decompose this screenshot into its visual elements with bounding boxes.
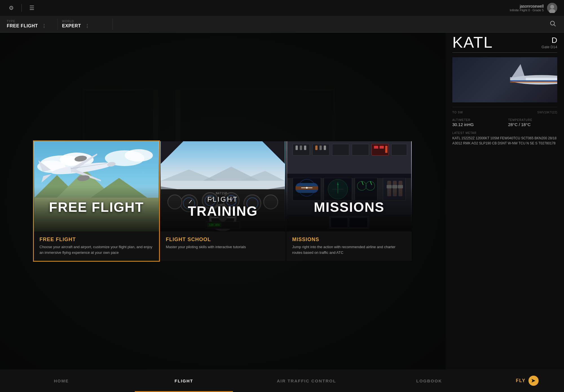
training-image: N471SP 128.450 FLIGHT TRAINING <box>160 141 285 232</box>
missions-image: N <box>287 141 412 232</box>
user-name: jasonrosewell <box>510 4 544 8</box>
free-flight-overlay: FREE FLIGHT <box>34 186 159 232</box>
type-value: FREE FLIGHT ⋮ <box>7 23 53 29</box>
airport-code: KATL <box>452 34 493 50</box>
filter-bar: TYPE FREE FLIGHT ⋮ WORLD EXPERT ⋮ <box>0 16 564 33</box>
svg-point-1 <box>550 5 554 9</box>
svg-rect-84 <box>300 146 302 150</box>
svg-rect-85 <box>304 146 306 150</box>
svg-rect-25 <box>510 77 528 79</box>
svg-rect-82 <box>391 144 407 155</box>
missions-info: MISSIONS Jump right into the action with… <box>287 232 412 261</box>
missions-title: MISSIONS <box>314 200 385 215</box>
training-info-title: FLIGHT SCHOOL <box>166 237 280 243</box>
svg-rect-86 <box>315 146 318 150</box>
gate-info: D Gate D14 <box>541 36 557 50</box>
altimeter-label: ALTIMETER <box>452 118 501 122</box>
nav-logbook[interactable]: LOGBOOK <box>368 369 490 392</box>
gate-sub: Gate D14 <box>541 45 557 49</box>
top-bar: ⚙ ☰ jasonrosewell Infinite Flight 0 · Gr… <box>0 0 564 16</box>
bottom-nav: HOME FLIGHT AIR TRAFFIC CONTROL LOGBOOK … <box>0 369 564 392</box>
nav-flight[interactable]: FLIGHT <box>123 369 245 392</box>
svg-rect-28 <box>526 78 557 80</box>
svg-line-4 <box>554 25 556 26</box>
svg-rect-88 <box>324 146 326 150</box>
log-icon[interactable]: ☰ <box>27 3 36 12</box>
svg-rect-83 <box>296 146 298 150</box>
svg-rect-80 <box>352 144 369 155</box>
svg-point-3 <box>550 21 554 25</box>
nav-atc[interactable]: AIR TRAFFIC CONTROL <box>245 369 368 392</box>
search-button[interactable] <box>548 19 557 30</box>
free-flight-image: FREE FLIGHT <box>34 141 159 232</box>
nav-atc-label: AIR TRAFFIC CONTROL <box>277 378 336 383</box>
free-flight-card[interactable]: FREE FLIGHT FREE FLIGHT Choose your airc… <box>34 141 159 261</box>
wind-extra: TO SW SWV19KT(22) <box>452 111 557 114</box>
training-card[interactable]: N471SP 128.450 FLIGHT TRAINING FLIGHT SC… <box>160 141 285 261</box>
svg-rect-90 <box>374 146 378 149</box>
gate-label: D <box>541 36 557 45</box>
free-flight-info-desc: Choose your aircraft and airport, custom… <box>39 244 153 255</box>
nav-fly-button[interactable]: FLY ➤ <box>490 369 564 392</box>
altimeter-item: ALTIMETER 30.12 inHG <box>452 118 501 127</box>
missions-info-desc: Jump right into the action with recommen… <box>292 244 406 255</box>
free-flight-info-title: FREE FLIGHT <box>39 237 153 243</box>
svg-rect-121 <box>287 174 411 178</box>
right-panel: NEW FLIGHT Hartsfield-Jackson Atlanta In… <box>446 16 564 369</box>
metar-label: LATEST METAR <box>452 131 557 135</box>
missions-info-title: MISSIONS <box>292 237 406 243</box>
cards-container: FREE FLIGHT FREE FLIGHT Choose your airc… <box>34 141 412 261</box>
modal-overlay: FREE FLIGHT FREE FLIGHT Choose your airc… <box>0 33 446 369</box>
missions-overlay: MISSIONS <box>287 186 412 232</box>
training-info: FLIGHT SCHOOL Master your piloting skill… <box>160 232 285 256</box>
world-dots: ⋮ <box>85 23 90 29</box>
training-title: FLIGHT TRAINING <box>188 196 258 219</box>
type-filter[interactable]: TYPE FREE FLIGHT ⋮ <box>7 19 58 30</box>
svg-rect-79 <box>332 144 349 155</box>
divider <box>21 4 22 12</box>
temperature-value: 28°C / 18°C <box>508 122 557 127</box>
type-label: TYPE <box>7 20 53 23</box>
nav-home[interactable]: HOME <box>0 369 123 392</box>
weather-row: ALTIMETER 30.12 inHG TEMPERATURE 28°C / … <box>452 118 557 127</box>
user-grade: Infinite Flight 0 · Grade 5 <box>510 8 544 12</box>
avatar <box>547 3 557 13</box>
svg-rect-87 <box>320 146 322 150</box>
user-info: jasonrosewell Infinite Flight 0 · Grade … <box>510 4 544 12</box>
svg-rect-92 <box>385 146 387 153</box>
metar-value: KATL 152252Z 12006KT 10SM FEW040TCU SCT0… <box>452 136 557 146</box>
top-bar-right: jasonrosewell Infinite Flight 0 · Grade … <box>510 3 557 13</box>
nav-home-label: HOME <box>54 378 69 383</box>
plane-preview <box>452 57 557 102</box>
free-flight-info: FREE FLIGHT Choose your aircraft and air… <box>34 232 159 261</box>
temperature-item: TEMPERATURE 28°C / 18°C <box>508 118 557 127</box>
fly-arrow-icon: ➤ <box>528 376 539 386</box>
svg-rect-27 <box>510 82 557 83</box>
svg-rect-91 <box>380 146 384 149</box>
nav-logbook-label: LOGBOOK <box>416 378 442 383</box>
nav-flight-label: FLIGHT <box>175 378 193 383</box>
temperature-label: TEMPERATURE <box>508 118 557 122</box>
airport-code-row: KATL D Gate D14 <box>452 34 557 53</box>
world-label: WORLD <box>62 20 108 23</box>
settings-icon[interactable]: ⚙ <box>7 3 16 12</box>
world-value: EXPERT ⋮ <box>62 23 108 29</box>
training-info-desc: Master your piloting skills with interac… <box>166 244 280 250</box>
svg-rect-26 <box>510 80 557 82</box>
top-bar-left: ⚙ ☰ <box>7 3 36 12</box>
nav-fly-label: FLY <box>516 378 526 383</box>
world-filter[interactable]: WORLD EXPERT ⋮ <box>62 19 113 30</box>
training-overlay: FLIGHT TRAINING <box>160 186 285 232</box>
type-dots: ⋮ <box>42 23 47 29</box>
free-flight-title: FREE FLIGHT <box>49 200 144 215</box>
svg-point-38 <box>125 149 153 162</box>
missions-card[interactable]: N <box>287 141 412 261</box>
altimeter-value: 30.12 inHG <box>452 122 501 127</box>
